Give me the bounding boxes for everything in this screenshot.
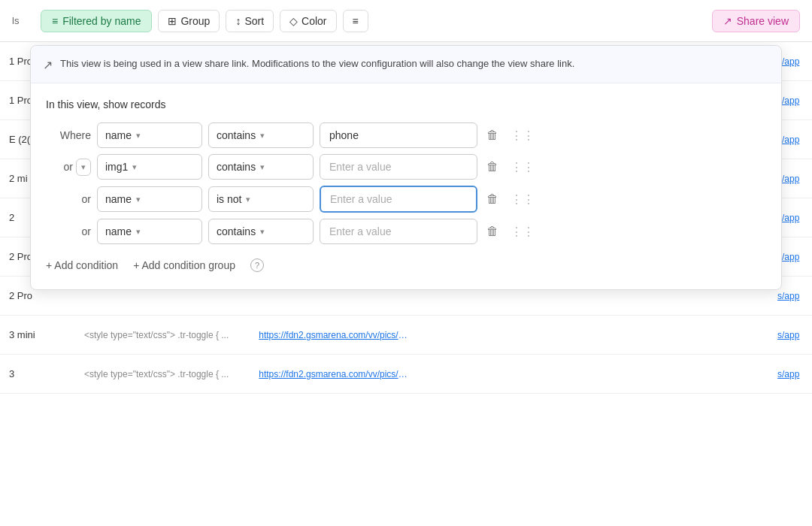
chevron-down-icon: ▾ xyxy=(260,162,265,172)
field-value-3: name xyxy=(105,193,132,205)
field-dropdown-3[interactable]: name ▾ xyxy=(97,186,202,212)
where-label: Where xyxy=(46,129,91,141)
operator-dropdown-4[interactable]: contains ▾ xyxy=(208,219,314,244)
filtered-by-name-button[interactable]: ≡ Filtered by name xyxy=(41,10,152,32)
filter-icon: ≡ xyxy=(52,15,58,27)
filtered-label: Filtered by name xyxy=(62,15,141,27)
columns-icon: ≡ xyxy=(353,15,359,27)
chevron-down-icon: ▾ xyxy=(132,162,137,172)
field-dropdown-4[interactable]: name ▾ xyxy=(97,219,202,244)
color-button[interactable]: ◇ Color xyxy=(280,10,336,32)
chevron-down-icon: ▾ xyxy=(136,131,141,141)
table-row: 3 <style type="text/css"> .tr-toggle { .… xyxy=(0,355,812,394)
panel-footer: + Add condition + Add condition group ? xyxy=(31,244,781,274)
share-label: Share view xyxy=(737,15,789,27)
drag-handle-1[interactable]: ⋮⋮ xyxy=(508,125,538,146)
group-button[interactable]: ⊞ Group xyxy=(158,10,220,32)
delete-filter-1-button[interactable]: 🗑 xyxy=(483,125,501,145)
sort-label: Sort xyxy=(244,15,264,27)
chevron-down-icon: ▾ xyxy=(260,227,265,237)
filter-popup-panel: ↗ This view is being used in a view shar… xyxy=(30,45,782,290)
operator-dropdown-2[interactable]: contains ▾ xyxy=(208,154,314,180)
value-input-4[interactable] xyxy=(320,219,477,244)
filter-row-1: Where name ▾ contains ▾ phone 🗑 xyxy=(46,122,766,148)
or-label-2: or xyxy=(64,161,73,173)
add-condition-group-button[interactable]: + Add condition group xyxy=(133,256,235,274)
or-label-3: or xyxy=(82,193,91,205)
field-value-1: name xyxy=(105,129,132,141)
drag-handle-3[interactable]: ⋮⋮ xyxy=(508,189,538,210)
field-dropdown-2[interactable]: img1 ▾ xyxy=(97,154,202,180)
color-icon: ◇ xyxy=(289,15,298,27)
delete-filter-2-button[interactable]: 🗑 xyxy=(483,157,501,177)
color-label: Color xyxy=(301,15,326,27)
group-icon: ⊞ xyxy=(168,15,177,27)
chevron-down-icon: ▾ xyxy=(246,195,250,204)
help-icon[interactable]: ? xyxy=(250,258,264,272)
toolbar-prefix: ls xyxy=(12,15,35,26)
filter-row-2: or ▾ img1 ▾ contains ▾ xyxy=(46,154,766,180)
field-value-2: img1 xyxy=(105,161,128,173)
operator-value-1: contains xyxy=(217,129,256,141)
panel-body: In this view, show records Where name ▾ … xyxy=(31,83,781,244)
field-dropdown-1[interactable]: name ▾ xyxy=(97,122,202,148)
or-connector-2: or ▾ xyxy=(46,159,91,176)
filter-row-4: or name ▾ contains ▾ 🗑 ⋮⋮ xyxy=(46,219,766,244)
delete-filter-4-button[interactable]: 🗑 xyxy=(483,222,501,241)
sort-button[interactable]: ↕ Sort xyxy=(226,10,274,32)
drag-handle-2[interactable]: ⋮⋮ xyxy=(508,157,538,177)
delete-filter-3-button[interactable]: 🗑 xyxy=(483,189,501,209)
columns-button[interactable]: ≡ xyxy=(343,10,368,32)
operator-value-3: is not xyxy=(217,193,241,205)
chevron-down-icon: ▾ xyxy=(81,162,86,172)
right-cell[interactable]: s/app xyxy=(774,316,812,355)
group-label: Group xyxy=(180,15,210,27)
notice-text: This view is being used in a view share … xyxy=(60,56,574,71)
sort-icon: ↕ xyxy=(235,15,241,27)
share-view-button[interactable]: ↗ Share view xyxy=(712,10,800,32)
value-input-2[interactable] xyxy=(320,154,477,180)
right-cell[interactable]: s/app xyxy=(774,355,812,394)
filter-rows: Where name ▾ contains ▾ phone 🗑 xyxy=(46,122,766,244)
field-value-4: name xyxy=(105,225,132,237)
or-connector-3: or xyxy=(46,193,91,205)
add-condition-label: + Add condition xyxy=(46,259,118,271)
add-condition-group-label: + Add condition group xyxy=(133,259,235,271)
notice-banner: ↗ This view is being used in a view shar… xyxy=(31,46,781,83)
main-content: 1 Pro 1 Pro E (2( 2 mi 2 2 Pro 2 Pro 3 m… xyxy=(0,42,812,526)
or-dropdown-2[interactable]: ▾ xyxy=(76,159,91,176)
table-row: 3 mini <style type="text/css"> .tr-toggl… xyxy=(0,316,812,355)
operator-value-2: contains xyxy=(217,161,256,173)
table-area: 1 Pro 1 Pro E (2( 2 mi 2 2 Pro 2 Pro 3 m… xyxy=(0,42,812,526)
value-display-1: phone xyxy=(320,122,477,148)
filter-row-3: or name ▾ is not ▾ 🗑 ⋮⋮ xyxy=(46,186,766,213)
value-input-3[interactable] xyxy=(320,186,477,213)
chevron-down-icon: ▾ xyxy=(136,195,141,204)
share-icon: ↗ xyxy=(723,15,732,27)
operator-value-4: contains xyxy=(217,225,256,237)
operator-dropdown-3[interactable]: is not ▾ xyxy=(208,186,314,212)
operator-dropdown-1[interactable]: contains ▾ xyxy=(208,122,314,148)
show-records-label: In this view, show records xyxy=(46,98,766,110)
chevron-down-icon: ▾ xyxy=(260,131,265,141)
drag-handle-4[interactable]: ⋮⋮ xyxy=(508,222,538,242)
chevron-down-icon: ▾ xyxy=(136,227,141,237)
value-text-1: phone xyxy=(329,129,359,141)
or-connector-4: or xyxy=(46,225,91,237)
or-label-4: or xyxy=(82,225,91,237)
external-link-icon: ↗ xyxy=(43,58,53,72)
toolbar: ls ≡ Filtered by name ⊞ Group ↕ Sort ◇ C… xyxy=(0,0,812,42)
add-condition-button[interactable]: + Add condition xyxy=(46,256,118,274)
